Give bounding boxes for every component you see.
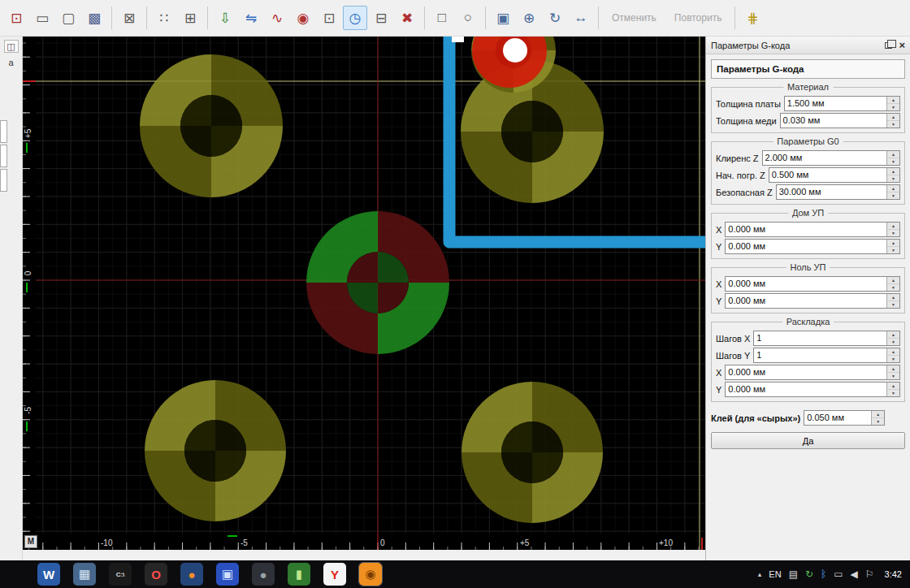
mill-preview-tool[interactable]: ◷	[343, 6, 367, 30]
opera-app-icon[interactable]: O	[145, 563, 167, 586]
wordpad-app-icon[interactable]: W	[37, 563, 60, 586]
float-panel-icon[interactable]	[885, 42, 892, 49]
docked-tab[interactable]	[0, 169, 7, 192]
select-frame-tool[interactable]: ⊡	[4, 6, 28, 30]
spin-up-button[interactable]: ▲	[887, 365, 899, 373]
firefox-app-icon[interactable]: ●	[180, 563, 203, 586]
square-primitive-tool[interactable]: □	[430, 6, 454, 30]
spin-up-button[interactable]: ▲	[887, 151, 899, 158]
dashed-select-tool[interactable]: ▢	[56, 6, 80, 30]
spin-down-button[interactable]: ▼	[887, 230, 899, 236]
region-fill-tool[interactable]: ▩	[82, 6, 106, 30]
spin-field[interactable]: 0.000 мм▲▼	[725, 382, 900, 397]
spin-up-button[interactable]: ▲	[887, 331, 899, 339]
flip-object-tool[interactable]: ↔	[569, 6, 593, 30]
dock-panel-icon[interactable]: ◫	[4, 40, 19, 53]
spin-up-button[interactable]: ▲	[887, 114, 899, 121]
undo-button[interactable]: Отменить	[604, 6, 665, 30]
bottle-app-icon[interactable]: ▮	[288, 563, 310, 586]
spin-up-button[interactable]: ▲	[887, 240, 899, 247]
spin-down-button[interactable]: ▼	[887, 192, 899, 199]
spin-up-button[interactable]: ▲	[887, 294, 899, 301]
spin-field[interactable]: 30.000 мм▲▼	[776, 184, 900, 200]
spin-up-button[interactable]: ▲	[887, 97, 899, 104]
spin-value: 0.000 мм	[726, 223, 886, 236]
spin-field[interactable]: 0.000 мм▲▼	[725, 239, 900, 254]
spin-down-button[interactable]: ▼	[872, 418, 884, 425]
tray-flag-icon[interactable]: ⚐	[865, 569, 874, 580]
cam-app-icon[interactable]: ◉	[359, 563, 382, 586]
workspace-canvas[interactable]: -10-50+5+10 +50-5 M	[23, 37, 705, 550]
tray-keyboard-icon[interactable]: ▤	[789, 569, 798, 580]
rect-select-tool[interactable]: ▭	[30, 6, 54, 30]
taskbar-clock[interactable]: 3:42	[885, 569, 902, 579]
spin-field[interactable]: 0.000 мм▲▼	[725, 222, 900, 237]
grid-snap-tool[interactable]: ∷	[152, 6, 176, 30]
spin-field[interactable]: 2.000 мм▲▼	[762, 150, 900, 166]
spin-down-button[interactable]: ▼	[887, 390, 899, 396]
spin-down-button[interactable]: ▼	[887, 121, 899, 128]
docked-panel-tab-label[interactable]: а	[5, 58, 18, 67]
grid-settings-tool[interactable]: ⊞	[178, 6, 202, 30]
circle-primitive-tool[interactable]: ○	[456, 6, 480, 30]
tray-bluetooth-icon[interactable]: ᛒ	[821, 569, 826, 580]
spin-field[interactable]: 0.000 мм▲▼	[725, 276, 900, 292]
yandex-app-icon[interactable]: Y	[323, 563, 346, 586]
param-row: X0.000 мм▲▼	[716, 365, 900, 380]
spin-up-button[interactable]: ▲	[887, 168, 899, 175]
spin-field[interactable]: 0.500 мм▲▼	[769, 167, 900, 183]
measure-units-button[interactable]: M	[24, 535, 37, 548]
spin-up-button[interactable]: ▲	[887, 348, 899, 356]
ok-button[interactable]: Да	[711, 432, 905, 449]
spin-down-button[interactable]: ▼	[887, 247, 899, 253]
keyboard-layout-indicator[interactable]: EN	[769, 569, 781, 579]
clear-selection-tool[interactable]: ⊠	[117, 6, 141, 30]
spin-field[interactable]: 0.000 мм▲▼	[725, 365, 900, 380]
close-panel-icon[interactable]: ×	[899, 41, 905, 50]
mirror-tool[interactable]: ⇋	[239, 6, 263, 30]
tray-display-icon[interactable]: ▭	[834, 569, 843, 580]
spin-field[interactable]: 0.000 мм▲▼	[725, 293, 900, 309]
tray-update-icon[interactable]: ↻	[805, 569, 813, 580]
left-dock-strip: ◫ а	[0, 37, 23, 560]
calculator-app-icon[interactable]: ▦	[73, 563, 96, 586]
spin-down-button[interactable]: ▼	[887, 301, 899, 308]
engrave-grid-tool[interactable]: ⋕	[740, 6, 765, 30]
spin-field[interactable]: 0.030 мм▲▼	[780, 113, 900, 128]
bounds-tool[interactable]: ⊡	[317, 6, 341, 30]
spin-field[interactable]: 0.050 мм▲▼	[804, 410, 885, 426]
sphere-app-icon[interactable]: ●	[252, 563, 275, 586]
spin-down-button[interactable]: ▼	[887, 339, 899, 345]
delete-node-tool[interactable]: ✖	[395, 6, 419, 30]
drill-marks-tool[interactable]: ◉	[291, 6, 315, 30]
rotate-object-tool[interactable]: ↻	[543, 6, 567, 30]
add-object-tool[interactable]: ⊕	[517, 6, 541, 30]
hidden-icons-chevron[interactable]: ▴	[758, 570, 762, 578]
save-app-icon[interactable]: ▣	[216, 563, 239, 586]
spin-up-button[interactable]: ▲	[872, 411, 884, 418]
tray-volume-icon[interactable]: ◀	[851, 569, 858, 580]
spin-up-button[interactable]: ▲	[887, 383, 899, 390]
spin-down-button[interactable]: ▼	[887, 373, 899, 379]
docked-tab[interactable]	[0, 145, 7, 167]
spin-up-button[interactable]: ▲	[887, 185, 899, 192]
toolbar-separator	[207, 6, 208, 29]
terminal-app-icon[interactable]: C:\	[109, 563, 132, 586]
spin-up-button[interactable]: ▲	[887, 277, 899, 284]
spin-down-button[interactable]: ▼	[887, 284, 899, 291]
gcode-table-tool[interactable]: ⊟	[369, 6, 393, 30]
path-tool[interactable]: ∿	[265, 6, 289, 30]
spin-down-button[interactable]: ▼	[887, 356, 899, 362]
spin-down-button[interactable]: ▼	[887, 175, 899, 182]
spin-down-button[interactable]: ▼	[887, 158, 899, 165]
panel-titlebar[interactable]: Параметры G-кода ×	[706, 37, 910, 54]
import-tool[interactable]: ⇩	[213, 6, 237, 30]
spin-down-button[interactable]: ▼	[887, 104, 899, 110]
spin-up-button[interactable]: ▲	[887, 223, 899, 230]
spin-field[interactable]: 1▲▼	[753, 331, 900, 346]
spin-field[interactable]: 1.500 мм▲▼	[784, 96, 900, 111]
docked-tab[interactable]	[0, 120, 7, 143]
redo-button[interactable]: Повторить	[666, 6, 730, 30]
copy-object-tool[interactable]: ▣	[491, 6, 515, 30]
spin-field[interactable]: 1▲▼	[753, 348, 900, 363]
